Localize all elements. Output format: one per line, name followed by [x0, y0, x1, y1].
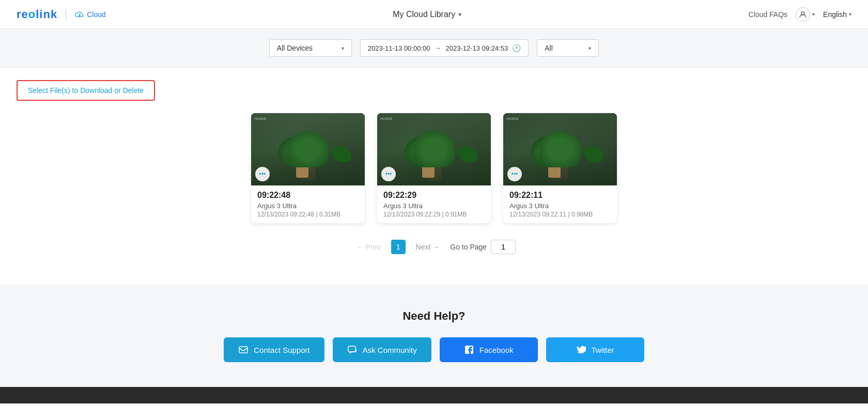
help-buttons: Contact Support Ask Community Facebook [17, 337, 851, 362]
prev-button[interactable]: ← Prev [352, 241, 385, 253]
logo-divider [66, 9, 66, 20]
header: reolink Cloud My Cloud Library ▾ Cloud F… [0, 0, 868, 29]
cloud-faqs-link[interactable]: Cloud FAQs [749, 10, 787, 19]
watermark: reolink [254, 116, 267, 121]
language-label: English [823, 10, 847, 19]
help-title: Need Help? [17, 309, 851, 323]
card-menu-button[interactable]: ••• [255, 167, 270, 181]
reolink-logo: reolink [17, 8, 57, 21]
ask-community-button[interactable]: Ask Community [333, 337, 431, 362]
date-range-picker[interactable]: 2023-11-13 00:00:00 → 2023-12-13 09:24:5… [360, 39, 529, 57]
svg-rect-1 [239, 347, 247, 353]
goto-page-input[interactable] [491, 240, 516, 254]
media-info: 09:22:48 Argus 3 Ultra 12/13/2023 09:22:… [251, 185, 365, 223]
header-right: Cloud FAQs ▾ English ▾ [749, 7, 851, 22]
type-filter-label: All [545, 44, 553, 52]
type-filter[interactable]: All ▾ [537, 39, 599, 57]
media-time: 09:22:29 [383, 191, 485, 200]
goto-page-area: Go to Page [450, 240, 516, 254]
user-chevron-icon: ▾ [812, 11, 815, 17]
media-grid: reolink ••• 09:22:48 Argus 3 Ultra 12/13… [17, 113, 851, 223]
type-filter-chevron: ▾ [588, 45, 591, 51]
date-start: 2023-11-13 00:00:00 [368, 44, 430, 52]
help-section: Need Help? Contact Support Ask Community [0, 285, 868, 387]
logo-area: reolink Cloud [17, 8, 106, 21]
facebook-icon [464, 345, 474, 355]
svg-rect-2 [348, 346, 355, 352]
language-menu[interactable]: English ▾ [823, 10, 851, 19]
user-icon [796, 7, 810, 22]
page-number[interactable]: 1 [391, 240, 406, 254]
community-icon [347, 345, 358, 355]
media-thumbnail: reolink ••• [251, 113, 365, 185]
pagination: ← Prev 1 Next → Go to Page [17, 223, 851, 267]
cloud-icon [74, 10, 85, 19]
cloud-logo: Cloud [74, 10, 106, 19]
media-thumbnail: reolink ••• [503, 113, 617, 185]
contact-support-button[interactable]: Contact Support [224, 337, 324, 362]
facebook-label: Facebook [479, 346, 514, 354]
media-time: 09:22:11 [509, 191, 611, 200]
media-info: 09:22:29 Argus 3 Ultra 12/13/2023 09:22:… [377, 185, 491, 223]
facebook-button[interactable]: Facebook [440, 337, 538, 362]
goto-label: Go to Page [450, 243, 487, 251]
media-time: 09:22:48 [257, 191, 359, 200]
ask-community-label: Ask Community [363, 346, 417, 354]
contact-support-label: Contact Support [254, 346, 309, 354]
media-card[interactable]: reolink ••• 09:22:29 Argus 3 Ultra 12/13… [377, 113, 491, 223]
twitter-label: Twitter [592, 346, 614, 354]
media-meta: 12/13/2023 09:22:48 | 0.31MB [257, 211, 359, 218]
device-filter-chevron: ▾ [342, 45, 344, 51]
filter-bar: All Devices ▾ 2023-11-13 00:00:00 → 2023… [0, 29, 868, 68]
date-end: 2023-12-13 09:24:53 [446, 44, 508, 52]
card-menu-button[interactable]: ••• [507, 167, 522, 181]
device-filter[interactable]: All Devices ▾ [269, 39, 352, 57]
card-menu-button[interactable]: ••• [381, 167, 396, 181]
bottom-bar [0, 387, 868, 403]
media-card[interactable]: reolink ••• 09:22:11 Argus 3 Ultra 12/13… [503, 113, 617, 223]
media-thumbnail: reolink ••• [377, 113, 491, 185]
media-device: Argus 3 Ultra [509, 202, 611, 210]
twitter-icon [576, 345, 586, 355]
cloud-label: Cloud [87, 10, 106, 19]
date-arrow-icon: → [435, 44, 442, 52]
clock-icon: 🕐 [512, 44, 521, 52]
page-title-area: My Cloud Library ▾ [393, 10, 461, 19]
media-info: 09:22:11 Argus 3 Ultra 12/13/2023 09:22:… [503, 185, 617, 223]
select-files-button[interactable]: Select File(s) to Download or Delete [17, 80, 155, 101]
support-icon [238, 345, 249, 355]
media-meta: 12/13/2023 09:22:29 | 0.91MB [383, 211, 485, 218]
media-device: Argus 3 Ultra [383, 202, 485, 210]
title-chevron-icon[interactable]: ▾ [458, 11, 461, 18]
main-content: Select File(s) to Download or Delete reo… [0, 68, 868, 285]
user-menu[interactable]: ▾ [796, 7, 815, 22]
page-title: My Cloud Library [393, 10, 455, 19]
lang-chevron-icon: ▾ [849, 11, 851, 17]
watermark: reolink [380, 116, 393, 121]
media-meta: 12/13/2023 09:22:11 | 0.98MB [509, 211, 611, 218]
device-filter-label: All Devices [277, 44, 313, 52]
next-button[interactable]: Next → [412, 241, 444, 253]
watermark: reolink [506, 116, 519, 121]
media-device: Argus 3 Ultra [257, 202, 359, 210]
twitter-button[interactable]: Twitter [546, 337, 644, 362]
media-card[interactable]: reolink ••• 09:22:48 Argus 3 Ultra 12/13… [251, 113, 365, 223]
